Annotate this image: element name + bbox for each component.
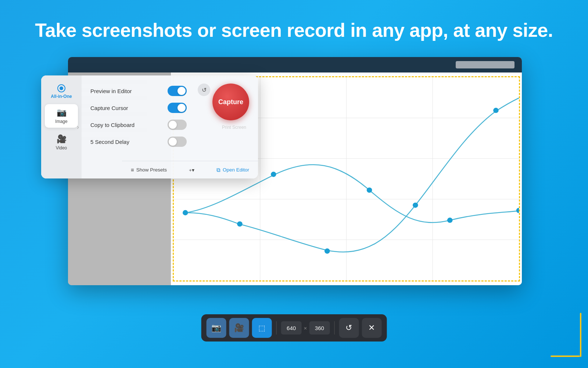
image-label: Image [55, 119, 67, 124]
show-presets-label: Show Presets [136, 167, 167, 173]
nav-video-item[interactable]: 🎥 Video [45, 131, 78, 154]
popup-nav: All-in-One 📷 Image 🎥 Video [41, 75, 82, 178]
svg-point-13 [367, 188, 372, 193]
toggle-row-preview: Preview in Editor [90, 86, 187, 96]
toolbar-separator [276, 321, 277, 335]
toolbar-separator-2 [334, 321, 334, 335]
reset-capture-button[interactable]: ↺ [339, 318, 359, 338]
preview-toggle[interactable] [168, 86, 187, 96]
region-icon: ⬚ [258, 323, 265, 332]
clipboard-toggle[interactable] [168, 120, 187, 130]
show-presets-button[interactable]: ≡ Show Presets [131, 167, 167, 173]
toggle-row-clipboard: Copy to Clipboard [90, 120, 187, 130]
delay-label: 5 Second Delay [90, 139, 129, 145]
open-editor-button[interactable]: ⧉ Open Editor [216, 167, 249, 173]
close-toolbar-button[interactable]: ✕ [362, 318, 381, 338]
video-icon: 🎥 [57, 134, 67, 144]
svg-point-8 [237, 222, 243, 227]
record-button[interactable]: 🎥 [229, 318, 249, 338]
clipboard-label: Copy to Clipboard [90, 122, 135, 128]
open-editor-label: Open Editor [223, 167, 249, 173]
svg-point-7 [183, 210, 188, 215]
add-preset-label: +▾ [189, 167, 194, 173]
capture-button[interactable]: Capture [212, 84, 249, 120]
titlebar-controls [456, 61, 514, 68]
popup-content: ↺ Capture Print Screen Preview in Editor… [82, 75, 258, 178]
video-label: Video [56, 145, 67, 151]
delay-toggle[interactable] [168, 137, 187, 147]
toggle-row-delay: 5 Second Delay [90, 137, 187, 147]
svg-point-10 [413, 202, 418, 208]
size-input-group: 640 × 360 [281, 321, 330, 335]
nav-chevron-icon: › [77, 123, 79, 131]
toggle-row-cursor: Capture Cursor [90, 103, 187, 113]
bottom-toolbar: 📷 🎥 ⬚ 640 × 360 ↺ ✕ [201, 314, 387, 342]
add-preset-button[interactable]: +▾ [189, 167, 194, 173]
svg-point-11 [493, 108, 499, 113]
screenshot-button[interactable]: 📷 [207, 318, 226, 338]
app-titlebar [68, 57, 522, 72]
popup-footer: ≡ Show Presets +▾ ⧉ Open Editor [122, 161, 258, 178]
close-icon: ✕ [368, 323, 375, 333]
height-input[interactable]: 360 [309, 321, 330, 335]
screenshot-icon: 📷 [211, 323, 221, 333]
yellow-accent-vertical [580, 313, 581, 357]
cursor-toggle[interactable] [168, 103, 187, 113]
presets-icon: ≡ [131, 167, 134, 173]
allinone-circle-icon [57, 84, 65, 92]
region-capture-button[interactable]: ⬚ [252, 318, 272, 338]
record-icon: 🎥 [234, 323, 244, 333]
svg-point-12 [271, 172, 276, 177]
capture-button-label: Capture [218, 98, 243, 106]
reset-icon: ↺ [345, 323, 352, 333]
nav-allinone-item[interactable]: All-in-One [47, 82, 75, 101]
headline: Take screenshots or screen record in any… [0, 0, 588, 56]
nav-image-item[interactable]: 📷 Image [45, 104, 78, 128]
camera-icon: 📷 [57, 108, 67, 117]
editor-icon: ⧉ [216, 167, 220, 173]
svg-point-14 [447, 217, 453, 223]
svg-point-15 [516, 208, 519, 213]
preview-label: Preview in Editor [90, 88, 132, 94]
yellow-accent-horizontal [551, 355, 580, 357]
cursor-label: Capture Cursor [90, 105, 128, 111]
size-separator: × [304, 325, 307, 331]
print-screen-label: Print Screen [222, 125, 248, 130]
width-input[interactable]: 640 [281, 321, 302, 335]
allinone-label: All-in-One [51, 94, 72, 99]
reset-button[interactable]: ↺ [198, 84, 210, 96]
popup-panel: All-in-One 📷 Image 🎥 Video › ↺ Capture P… [41, 75, 258, 178]
svg-point-9 [325, 248, 330, 254]
